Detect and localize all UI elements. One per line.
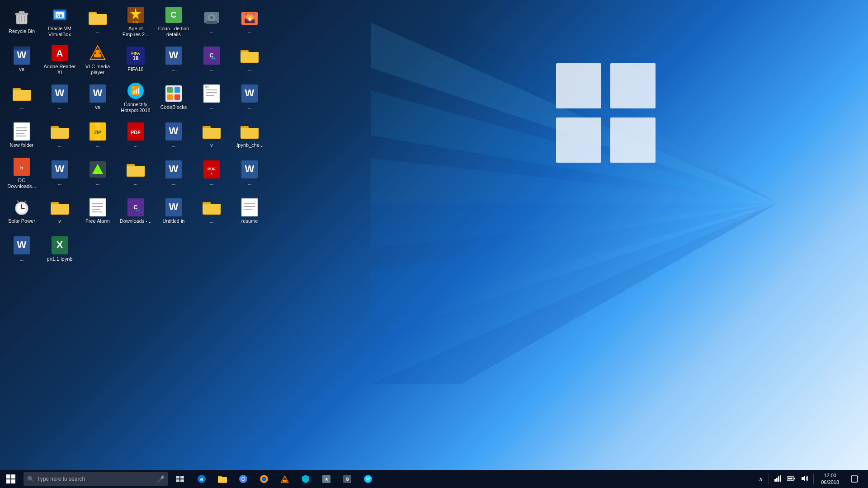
tray-volume-icon[interactable]	[799, 474, 810, 484]
desktop-icon-adobe-reader[interactable]: A Adobe Reader XI	[42, 42, 78, 78]
desktop-icon-fifa18[interactable]: FIFA 18 FIFA18	[118, 42, 154, 78]
desktop-icon-zip1[interactable]: ZIP ...	[80, 117, 116, 154]
desktop-icon-pn1[interactable]: resume	[231, 193, 268, 230]
microphone-icon[interactable]: 🎤	[157, 475, 165, 483]
desktop-icon-downloads2[interactable]: v	[42, 193, 78, 230]
free-alarm-icon	[13, 198, 31, 216]
navview-label: ...	[95, 180, 99, 186]
svg-text:★: ★	[325, 477, 329, 482]
desktop-icon-word4[interactable]: W ...	[42, 155, 78, 192]
desktop-icon-ve4[interactable]: W ...	[231, 155, 268, 192]
desktop-icon-ve1[interactable]: W ve	[4, 42, 40, 78]
desktop-icon-untitled-in[interactable]: Free Alarm	[80, 193, 116, 230]
desktop-icon-txt1[interactable]: txt ...	[193, 80, 230, 116]
desktop-icon-oracle-vm[interactable]: VB Oracle VM VirtualBox	[42, 4, 78, 40]
svg-text:☀: ☀	[210, 172, 213, 175]
svg-rect-55	[241, 52, 259, 62]
desktop-icon-resume[interactable]: W Untitled in	[156, 193, 192, 230]
desktop-icon-new-folder[interactable]: ...	[42, 117, 78, 154]
desktop-icon-free-alarm[interactable]: Solar Power	[4, 193, 40, 230]
ve4-label: ...	[247, 180, 251, 186]
svg-point-44	[95, 50, 100, 54]
photo-icon: 🌄	[241, 9, 259, 27]
ipynb-label: v	[210, 142, 213, 148]
desktop-icon-nanoscience[interactable]: W ...	[4, 231, 40, 267]
desktop-icon-folder3[interactable]: ...	[118, 155, 154, 192]
desktop-icon-ipynb[interactable]: v	[193, 117, 230, 154]
taskbar-wifi-app-button[interactable]: W	[358, 470, 378, 488]
desktop-icon-lab2[interactable]: C ++ Downloads -...	[118, 193, 154, 230]
svg-rect-9	[610, 63, 656, 108]
svg-rect-31	[206, 21, 217, 24]
desktop-icon-folder4[interactable]: ...	[193, 193, 230, 230]
resume-label: Untitled in	[163, 218, 185, 224]
desktop-icon-new-text-doc[interactable]: New folder	[4, 117, 40, 154]
svg-text:W: W	[17, 239, 27, 250]
desktop-icon-connectify[interactable]: 📶 Connectify Hotspot 2018	[118, 80, 154, 116]
desktop-icon-recycle-bin[interactable]: Recycle Bin	[4, 4, 40, 40]
vlc-icon	[89, 44, 107, 62]
desktop-icon-ve2[interactable]: W ve	[80, 80, 116, 116]
ipynb-icon	[203, 122, 221, 141]
desktop-icon-navview[interactable]: ...	[80, 155, 116, 192]
taskbar-chrome-button[interactable]	[233, 470, 253, 488]
desktop-icon-word1[interactable]: W ...	[156, 42, 192, 78]
desktop-icon-dc-downloads[interactable]: .ipynb_che...	[231, 117, 268, 154]
lab2-label: Downloads -...	[120, 218, 151, 224]
desktop-icon-word2[interactable]: W ...	[42, 80, 78, 116]
desktop-icon-solar-power[interactable]: PDF ☀ ...	[193, 155, 230, 192]
free-alarm-label: Solar Power	[8, 218, 35, 224]
ve1-label: ve	[19, 66, 24, 72]
svg-text:W: W	[366, 477, 370, 482]
desktop-icon-word5[interactable]: W ...	[156, 155, 192, 192]
svg-text:PDF: PDF	[208, 167, 216, 171]
taskbar: 🔍 🎤 e	[0, 470, 868, 488]
desktop-icon-folder1[interactable]: ...	[80, 4, 116, 40]
countdown-icon: C	[165, 6, 183, 24]
ve1-icon: W	[13, 47, 31, 65]
desktop-icon-ver1[interactable]: X pn1.1.ipynb	[42, 231, 78, 267]
disk-icon	[203, 9, 221, 27]
taskbar-security-button[interactable]	[296, 470, 316, 488]
folder3-icon	[127, 160, 145, 178]
desktop-icon-disk[interactable]: ...	[193, 4, 230, 40]
nb-project-label: ...	[19, 104, 24, 110]
desktop-icon-nb-project[interactable]: ...	[4, 80, 40, 116]
taskbar-search-box[interactable]: 🔍 🎤	[24, 472, 168, 486]
desktop-icon-pdf1[interactable]: PDF ...	[118, 117, 154, 154]
desktop-icon-ve3[interactable]: W ...	[156, 117, 192, 154]
desktop-icon-countdown[interactable]: C Coun...de tion details	[156, 4, 192, 40]
taskbar-firefox-button[interactable]	[254, 470, 274, 488]
taskbar-vlc-button[interactable]	[275, 470, 295, 488]
downloads2-icon	[51, 198, 69, 216]
notification-center-button[interactable]	[844, 470, 864, 488]
svg-text:18: 18	[132, 55, 139, 61]
taskbar-explorer-button[interactable]	[212, 470, 232, 488]
desktop-icon-folder2[interactable]: ...	[231, 42, 268, 78]
tray-chevron[interactable]: ∧	[757, 475, 765, 483]
desktop-icon-photo[interactable]: 🌄 ...	[231, 4, 268, 40]
taskbar-app7-button[interactable]: ★	[316, 470, 336, 488]
zip1-icon: ZIP	[89, 122, 107, 141]
desktop-icon-vlc[interactable]: VLC media player	[80, 42, 116, 78]
tray-network-icon[interactable]	[773, 474, 783, 484]
desktop-icon-new1[interactable]: C ++ ...	[193, 42, 230, 78]
system-clock[interactable]: 12:00 06/2018	[817, 472, 843, 486]
folder1-icon	[89, 9, 107, 27]
desktop-icon-rr[interactable]: h DC Downloads...	[4, 155, 40, 192]
folder3-label: ...	[133, 180, 137, 186]
start-button[interactable]	[0, 470, 22, 488]
task-view-button[interactable]	[170, 470, 190, 488]
svg-text:VB: VB	[57, 14, 62, 18]
desktop-icon-word3[interactable]: W ...	[231, 80, 268, 116]
codeblocks-label: CodeBlocks	[160, 104, 187, 110]
desktop-icon-age-of-empires[interactable]: AOE Age of Empires 2...	[118, 4, 154, 40]
taskbar-edge-button[interactable]: e	[192, 470, 212, 488]
dc-downloads-icon	[241, 122, 259, 141]
search-input[interactable]	[37, 476, 154, 482]
taskbar-app8-button[interactable]: ⚙	[337, 470, 357, 488]
ver1-icon: X	[51, 236, 69, 254]
tray-battery-icon[interactable]	[785, 475, 797, 483]
svg-point-157	[262, 477, 266, 481]
desktop-icon-codeblocks[interactable]: CodeBlocks	[156, 80, 192, 116]
